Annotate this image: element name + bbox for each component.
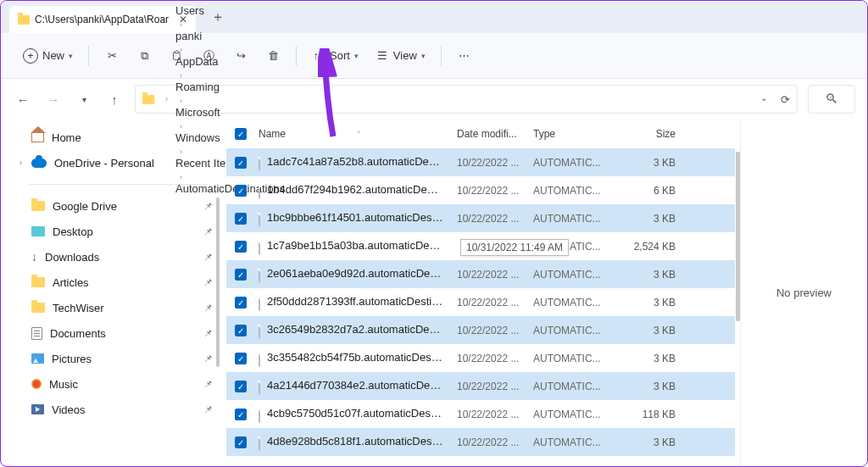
forward-button[interactable]: →: [43, 89, 64, 109]
file-size: 3 KB: [611, 157, 676, 169]
folder-icon: [31, 303, 45, 313]
sidebar-item-articles[interactable]: Articles📌︎: [11, 270, 221, 295]
copy-button[interactable]: ⧉: [130, 44, 159, 68]
sidebar-scrollbar[interactable]: [216, 197, 220, 367]
file-icon: [259, 381, 260, 395]
file-scrollbar[interactable]: [736, 152, 740, 321]
folder-icon: [31, 353, 44, 364]
sidebar-item-techwiser[interactable]: TechWiser📌︎: [11, 295, 221, 320]
cut-button[interactable]: ✂: [97, 44, 126, 68]
col-date[interactable]: Date modifi...: [457, 128, 533, 140]
refresh-icon[interactable]: ⟳: [781, 93, 790, 106]
file-size: 3 KB: [611, 325, 676, 336]
up-button[interactable]: ↑: [104, 89, 125, 109]
recent-button[interactable]: ▾: [74, 89, 94, 109]
scissors-icon: ✂: [105, 49, 119, 63]
preview-text: No preview: [776, 286, 832, 299]
sidebar-label: Google Drive: [53, 200, 117, 213]
folder-icon: [31, 201, 45, 211]
col-type[interactable]: Type: [533, 128, 611, 140]
row-checkbox[interactable]: ✓: [235, 325, 247, 336]
sidebar-item-videos[interactable]: Videos📌︎: [11, 397, 221, 422]
file-name: 1adc7c41a87a52b8.automaticDestinati...: [267, 155, 443, 168]
row-checkbox[interactable]: ✓: [235, 409, 247, 420]
search-box[interactable]: 🔍︎: [808, 85, 855, 114]
table-row[interactable]: ✓4cb9c5750d51c07f.automaticDestinati...1…: [226, 400, 735, 428]
row-checkbox[interactable]: ✓: [235, 157, 247, 169]
table-row[interactable]: ✓3c355482cb54f75b.automaticDestinati...1…: [226, 344, 735, 372]
chevron-right-icon[interactable]: ›: [19, 158, 22, 167]
file-date: 10/22/2022 ...: [457, 297, 533, 309]
sort-button[interactable]: ↑↓ Sort ▾: [305, 44, 365, 68]
select-all-checkbox[interactable]: ✓: [235, 128, 247, 140]
pin-icon: 📌︎: [203, 226, 213, 236]
folder-icon: [31, 226, 45, 236]
table-row[interactable]: ✓1bc9bbbe61f14501.automaticDestinati...1…: [226, 204, 735, 232]
sidebar-item-home[interactable]: Home: [11, 125, 221, 150]
row-checkbox[interactable]: ✓: [235, 353, 247, 364]
file-size: 118 KB: [611, 409, 676, 420]
pin-icon: 📌︎: [203, 303, 213, 313]
breadcrumb-item[interactable]: Roaming: [175, 81, 285, 93]
back-button[interactable]: ←: [13, 89, 33, 109]
breadcrumb-item[interactable]: Users: [175, 4, 285, 17]
file-name: 2f50ddd2871393ff.automaticDestinatio...: [267, 295, 443, 308]
file-size: 6 KB: [611, 185, 676, 197]
file-type: AUTOMATIC...: [533, 409, 611, 420]
table-row[interactable]: ✓3c26549b2832d7a2.automaticDestinati...1…: [226, 316, 735, 344]
file-date: 10/22/2022 ...: [457, 325, 533, 336]
sidebar-item-documents[interactable]: Documents📌︎: [11, 320, 221, 346]
sidebar-item-google-drive[interactable]: Google Drive📌︎: [11, 193, 221, 219]
folder-icon: [31, 404, 44, 414]
table-row[interactable]: ✓4a21446d770384e2.automaticDestinati...1…: [226, 372, 735, 400]
col-name[interactable]: Name: [259, 128, 286, 140]
chevron-down-icon: ▾: [69, 52, 73, 60]
sidebar-label: Articles: [53, 276, 89, 289]
row-checkbox[interactable]: ✓: [235, 297, 247, 309]
sidebar-item-downloads[interactable]: ↓Downloads📌︎: [11, 244, 221, 270]
pin-icon: 📌︎: [203, 353, 213, 364]
sidebar-label: Home: [52, 131, 81, 144]
table-row[interactable]: ✓1b4dd67f294b1962.automaticDestinati...1…: [226, 176, 735, 204]
folder-icon: [142, 95, 154, 104]
sidebar-item-music[interactable]: Music📌︎: [11, 371, 221, 397]
row-checkbox[interactable]: ✓: [235, 185, 247, 197]
row-checkbox[interactable]: ✓: [235, 241, 247, 253]
file-size: 3 KB: [611, 269, 676, 281]
file-icon: [259, 353, 260, 367]
sidebar-item-desktop[interactable]: Desktop📌︎: [11, 219, 221, 244]
table-row[interactable]: ✓2e061aeba0e9d92d.automaticDestinati...1…: [226, 260, 735, 288]
table-row[interactable]: ✓4d8e928bd5c818f1.automaticDestinati...1…: [226, 428, 735, 456]
tab-title: C:\Users\panki\AppData\Roar: [35, 14, 169, 25]
col-size[interactable]: Size: [611, 128, 676, 140]
breadcrumb-item[interactable]: Microsoft: [175, 106, 285, 119]
sort-label: Sort: [330, 49, 350, 62]
sidebar-label: Pictures: [52, 353, 92, 365]
file-name: 2e061aeba0e9d92d.automaticDestinati...: [267, 267, 443, 280]
active-tab[interactable]: C:\Users\panki\AppData\Roar ✕: [9, 6, 196, 33]
row-checkbox[interactable]: ✓: [235, 381, 247, 392]
chevron-down-icon: ▾: [421, 52, 426, 60]
new-button[interactable]: + New ▾: [16, 43, 80, 69]
folder-icon: [18, 15, 30, 25]
file-date: 10/22/2022 ...: [457, 381, 533, 392]
file-name: 3c26549b2832d7a2.automaticDestinati...: [267, 323, 443, 336]
table-row[interactable]: ✓1adc7c41a87a52b8.automaticDestinati...1…: [226, 148, 735, 176]
file-icon: [259, 157, 260, 171]
view-button[interactable]: ☰ View ▾: [369, 44, 432, 68]
row-checkbox[interactable]: ✓: [235, 269, 247, 281]
file-date: 10/22/2022 ...: [457, 213, 533, 225]
sidebar-item-pictures[interactable]: Pictures📌︎: [11, 346, 221, 371]
breadcrumb-item[interactable]: AppData: [175, 55, 285, 68]
ellipsis-icon: ⋯: [458, 49, 471, 63]
table-row[interactable]: ✓2f50ddd2871393ff.automaticDestinatio...…: [226, 288, 735, 316]
address-bar[interactable]: › Users›panki›AppData›Roaming›Microsoft›…: [135, 85, 798, 114]
row-checkbox[interactable]: ✓: [235, 213, 247, 225]
sidebar-item-onedrive[interactable]: ›OneDrive - Personal: [11, 150, 221, 175]
more-button[interactable]: ⋯: [450, 44, 479, 68]
breadcrumb-item[interactable]: panki: [175, 30, 285, 42]
row-checkbox[interactable]: ✓: [235, 436, 247, 448]
chevron-down-icon[interactable]: ⌄: [760, 93, 767, 106]
chevron-right-icon: ›: [180, 97, 182, 105]
pin-icon: 📌︎: [203, 404, 213, 414]
